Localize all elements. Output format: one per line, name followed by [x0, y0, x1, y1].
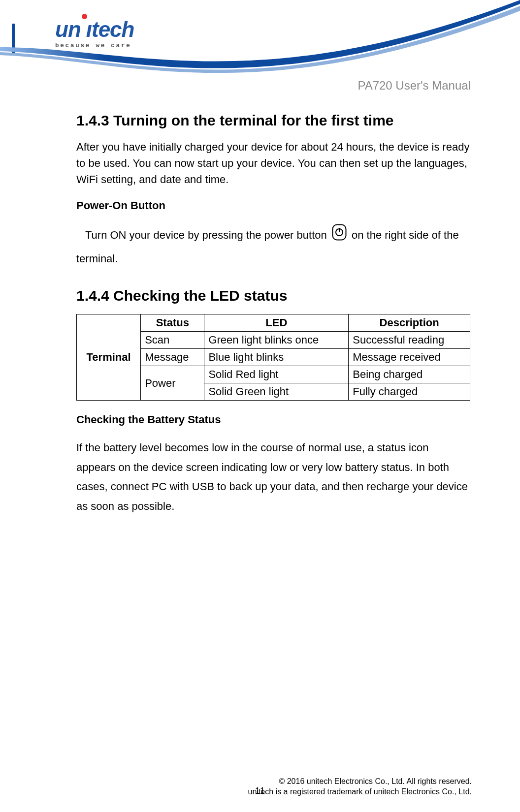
led-status-table: Terminal Status LED Description Scan Gre…	[76, 314, 470, 401]
power-on-paragraph: Turn ON your device by pressing the powe…	[76, 224, 470, 270]
copyright-line-2: unitech is a registered trademark of uni…	[248, 787, 472, 797]
document-title: PA720 User's Manual	[358, 79, 471, 93]
cell-led: Blue light blinks	[204, 349, 349, 366]
cell-status: Scan	[141, 332, 204, 349]
left-vertical-bar	[12, 24, 15, 53]
table-col-desc: Description	[349, 314, 470, 332]
intro-paragraph: After you have initially charged your de…	[76, 139, 470, 187]
cell-desc: Being charged	[349, 366, 470, 383]
cell-desc: Fully charged	[349, 383, 470, 401]
cell-led: Green light blinks once	[204, 332, 349, 349]
brand-tagline: because we care	[55, 42, 144, 49]
power-on-text-a: Turn ON your device by pressing the powe…	[85, 229, 330, 241]
table-col-status: Status	[141, 314, 204, 332]
battery-status-heading: Checking the Battery Status	[76, 413, 470, 426]
power-on-button-heading: Power-On Button	[76, 199, 470, 212]
copyright-line-1: © 2016 unitech Electronics Co., Ltd. All…	[248, 777, 472, 787]
section-heading-1-4-4: 1.4.4 Checking the LED status	[76, 287, 470, 304]
battery-status-paragraph: If the battery level becomes low in the …	[76, 438, 470, 516]
table-row-header: Terminal	[77, 314, 141, 401]
brand-wordmark: unıtech	[55, 14, 144, 40]
table-col-led: LED	[204, 314, 349, 332]
brand-logo: unıtech because we care	[55, 14, 144, 49]
cell-status: Message	[141, 349, 204, 366]
brand-dot	[82, 14, 87, 19]
power-icon	[332, 224, 347, 248]
cell-desc: Message received	[349, 349, 470, 366]
cell-led: Solid Green light	[204, 383, 349, 401]
section-heading-1-4-3: 1.4.3 Turning on the terminal for the fi…	[76, 112, 470, 129]
cell-status: Power	[141, 366, 204, 401]
cell-led: Solid Red light	[204, 366, 349, 383]
cell-desc: Successful reading	[349, 332, 470, 349]
